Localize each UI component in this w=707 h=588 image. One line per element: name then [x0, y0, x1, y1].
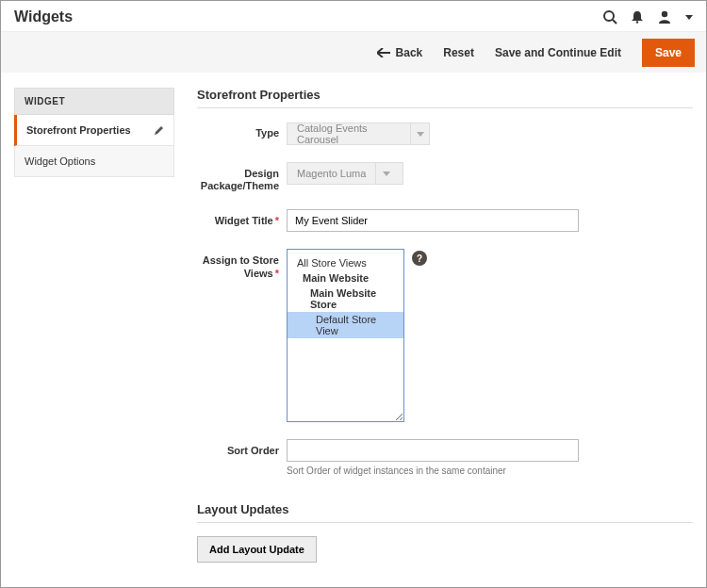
- type-value: Catalog Events Carousel: [288, 122, 410, 145]
- main-panel: Storefront Properties Type Catalog Event…: [197, 88, 693, 563]
- field-sort-order: Sort Order Sort Order of widget instance…: [197, 439, 693, 476]
- field-widget-title: Widget Title*: [197, 209, 693, 232]
- search-icon[interactable]: [602, 9, 617, 24]
- account-menu-caret[interactable]: [685, 15, 693, 20]
- sidebar-item-widget-options[interactable]: Widget Options: [14, 146, 174, 177]
- chevron-down-icon: [410, 123, 429, 144]
- sidebar-item-label: Storefront Properties: [26, 124, 131, 136]
- store-option-website[interactable]: Main Website: [288, 270, 403, 286]
- theme-label: Design Package/Theme: [197, 162, 287, 192]
- sort-order-hint: Sort Order of widget instances in the sa…: [287, 466, 693, 476]
- field-theme: Design Package/Theme Magento Luma: [197, 162, 693, 192]
- page-title: Widgets: [14, 8, 73, 25]
- sidebar-item-label: Widget Options: [25, 155, 95, 167]
- help-icon[interactable]: ?: [412, 251, 427, 266]
- svg-point-0: [604, 11, 614, 21]
- store-option-store[interactable]: Main Website Store: [288, 286, 403, 312]
- svg-point-3: [662, 11, 667, 17]
- theme-value: Magento Luma: [288, 168, 375, 179]
- store-views-select[interactable]: All Store Views Main Website Main Websit…: [287, 249, 404, 422]
- back-label: Back: [396, 46, 423, 59]
- header-actions: [602, 9, 693, 24]
- sort-order-label: Sort Order: [197, 439, 287, 457]
- add-layout-update-button[interactable]: Add Layout Update: [197, 536, 317, 563]
- svg-line-1: [613, 20, 617, 24]
- user-icon[interactable]: [657, 9, 672, 24]
- store-option-view[interactable]: Default Store View: [288, 312, 403, 338]
- svg-point-2: [636, 21, 638, 23]
- back-button[interactable]: Back: [377, 46, 423, 59]
- widget-title-label: Widget Title*: [197, 209, 287, 227]
- edit-icon: [154, 125, 164, 136]
- field-type: Type Catalog Events Carousel: [197, 122, 693, 145]
- type-select[interactable]: Catalog Events Carousel: [287, 122, 430, 145]
- section-storefront-title: Storefront Properties: [197, 88, 693, 108]
- section-layout-title: Layout Updates: [197, 502, 693, 523]
- action-toolbar: Back Reset Save and Continue Edit Save: [1, 31, 706, 73]
- sidebar: WIDGET Storefront Properties Widget Opti…: [14, 88, 174, 563]
- save-continue-button[interactable]: Save and Continue Edit: [495, 46, 621, 59]
- theme-select[interactable]: Magento Luma: [287, 162, 403, 185]
- store-option-all[interactable]: All Store Views: [288, 255, 403, 270]
- save-button[interactable]: Save: [642, 39, 695, 67]
- reset-button[interactable]: Reset: [443, 46, 474, 59]
- sidebar-heading: WIDGET: [14, 88, 174, 115]
- field-store-views: Assign to Store Views* All Store Views M…: [197, 249, 693, 422]
- type-label: Type: [197, 122, 287, 139]
- chevron-down-icon: [375, 163, 396, 184]
- sidebar-item-storefront-properties[interactable]: Storefront Properties: [14, 115, 174, 146]
- sort-order-input[interactable]: [287, 439, 579, 462]
- content: WIDGET Storefront Properties Widget Opti…: [1, 73, 706, 578]
- bell-icon[interactable]: [631, 10, 644, 24]
- page-header: Widgets: [1, 1, 706, 31]
- widget-title-input[interactable]: [287, 209, 579, 232]
- store-views-label: Assign to Store Views*: [197, 249, 287, 279]
